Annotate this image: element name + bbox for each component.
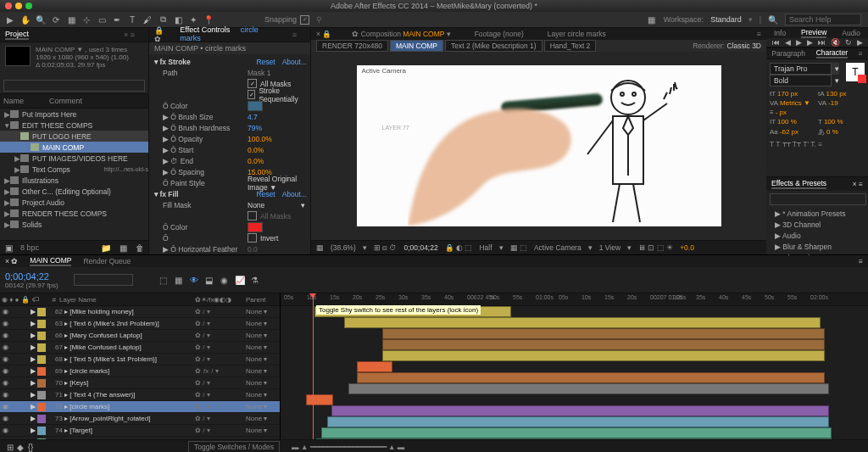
hand-tool-icon[interactable]: ✋ [20,14,31,25]
char-metric[interactable]: VAMetrics ▼ [770,99,816,107]
timeline-layer-row[interactable]: ◉▶63▸ [ Text 6 (Mike's 2nd Problem)]✿ / … [0,318,280,330]
fx-fill-heading[interactable]: fx Fill [159,190,178,198]
right-tab[interactable]: Info [774,29,786,37]
project-item[interactable]: ▶Project Audio [0,197,148,208]
clip-bar[interactable] [382,328,825,339]
clip-bar[interactable] [357,361,392,372]
effect-controls-tab[interactable]: Effect Controls [180,25,230,34]
about-link[interactable]: About... [282,58,307,66]
workspace-value[interactable]: Standard [710,15,742,24]
new-comp-icon[interactable]: ▦ [118,243,128,253]
camera-tool-icon[interactable]: ▦ [66,14,76,25]
timecode-readout[interactable]: 0;00;04;22 [404,243,438,252]
breadcrumb-main[interactable]: MAIN COMP [390,40,443,52]
tl-brace-icon[interactable]: {} [25,442,36,452]
right-tab[interactable]: Preview [801,28,826,38]
font-family-dropdown[interactable]: Trajan Pro [770,63,832,75]
clip-bar[interactable] [382,350,825,361]
project-search-input[interactable] [3,80,145,92]
first-frame-icon[interactable]: ⏮ [772,38,780,47]
char-metric[interactable]: tA130 px [818,90,865,98]
clip-bar[interactable] [382,339,825,350]
project-item[interactable]: ▶RENDER THESE COMPS [0,208,148,219]
rotate-tool-icon[interactable]: ⟳ [51,14,61,25]
snapping-checkbox[interactable]: ✓ [300,15,309,25]
roto-tool-icon[interactable]: ✦ [188,14,198,25]
timeline-layer-row[interactable]: ◉▶72▸ [circle marks]✿ / ▾None ▾ [0,401,280,413]
anchor-tool-icon[interactable]: ⊹ [81,14,92,25]
col-name[interactable]: Name [3,97,24,105]
effects-search-input[interactable] [770,193,866,205]
reset-link[interactable]: Reset [256,58,275,66]
timeline-layer-row[interactable]: ◉▶68▸ [ Text 5 (Mike's 1st Problem)]✿ / … [0,354,280,366]
clip-bar[interactable] [357,372,825,383]
timeline-layer-row[interactable]: ◉▶66▸ [Mary Confused Laptop]✿ / ▾None ▾ [0,330,280,342]
char-metric[interactable]: あ0 % [818,127,865,137]
clip-bar[interactable] [321,427,832,438]
effect-category[interactable]: ▶ Audio [766,230,868,241]
exposure-value[interactable]: +0.0 [680,243,694,252]
project-item[interactable]: MAIN COMP [0,142,148,153]
project-item[interactable]: ▶Text Compshttp://...nes-old-s [0,164,148,175]
timeline-layer-row[interactable]: ◉▶67▸ [Mike Confused Laptop]✿ / ▾None ▾ [0,342,280,354]
stroke-color-swatch[interactable] [248,101,263,111]
char-metric[interactable]: Aa-62 px [770,127,816,137]
project-item[interactable]: PUT LOGO HERE [0,131,148,142]
timeline-layer-row[interactable]: ◉▶71▸ [ Text 4 (The answer)]✿ / ▾None ▾ [0,389,280,401]
char-sample[interactable]: T [846,63,865,81]
zoom-readout[interactable]: (38.6%) [331,243,356,252]
graph-editor-icon[interactable]: 📈 [235,275,245,285]
motion-blur-icon[interactable]: ◉ [220,275,230,285]
toggle-switches-modes[interactable]: Toggle Switches / Modes [188,441,280,452]
paragraph-tab[interactable]: Paragraph [771,49,805,58]
zoom-tool-icon[interactable]: 🔍 [36,14,46,25]
active-camera-dropdown[interactable]: Active Camera [534,243,581,252]
ram-preview-icon[interactable]: ▶ [857,38,863,47]
clip-bar[interactable] [327,416,829,427]
char-metric[interactable]: ≡- px [770,109,816,116]
clip-bar[interactable] [331,405,829,416]
composition-viewer[interactable]: Active Camera LAYER 77 [357,65,721,226]
allmasks-checkbox[interactable]: ✓ [248,79,257,88]
current-timecode[interactable]: 0;00;04;22 [5,271,58,282]
puppet-tool-icon[interactable]: 📍 [203,14,214,25]
timeline-layer-row[interactable]: ◉▶69▸ [circle marks]✿ fx / ▾None ▾ [0,366,280,377]
playhead[interactable] [313,293,314,439]
char-metric[interactable]: tT170 px [770,90,816,98]
clip-bar[interactable] [316,438,832,439]
timeline-tab-rq[interactable]: Render Queue [83,257,131,265]
timeline-tab-main[interactable]: MAIN COMP [30,256,71,266]
search-help-input[interactable] [785,14,861,25]
breadcrumb-text2[interactable]: Text 2 (Mike Description 1) [445,40,542,52]
bpc-button[interactable]: 8 bpc [20,243,39,252]
effect-category[interactable]: ▶ Blur & Sharpen [766,241,868,252]
selection-tool-icon[interactable]: ▶ [5,14,15,25]
font-weight-dropdown[interactable]: Bold [770,75,832,86]
char-metric[interactable]: T100 % [818,118,865,126]
char-metric[interactable] [818,109,865,116]
char-metric[interactable]: VA-19 [818,99,865,107]
breadcrumb-hand[interactable]: Hand_Text 2 [544,40,597,52]
eraser-tool-icon[interactable]: ◧ [173,14,183,25]
char-metric[interactable]: IT100 % [770,118,816,126]
effect-category[interactable]: ▶ * Animation Presets [766,208,868,219]
next-frame-icon[interactable]: ▶ [807,38,813,47]
project-item[interactable]: ▶Solids [0,219,148,230]
trash-icon[interactable]: 🗑 [135,243,145,253]
comp-mini-flow-icon[interactable]: ⬚ [159,275,169,285]
project-item[interactable]: ▶PUT IMAGES/VIDEOS HERE [0,153,148,164]
clip-bar[interactable] [348,383,829,394]
frame-blend-icon[interactable]: ⬓ [204,275,214,285]
timeline-layer-row[interactable]: ◉▶62▸ [Mike holding money]✿ / ▾None ▾ [0,306,280,318]
brush-tool-icon[interactable]: 🖌 [142,14,153,25]
draft3d-icon[interactable]: ▦ [174,275,184,285]
right-tab[interactable]: Audio [842,29,860,37]
fx-stroke-heading[interactable]: fx Stroke [159,58,190,66]
effects-presets-tab[interactable]: Effects & Presets [771,179,826,189]
timeline-search-input[interactable] [74,274,133,286]
seq-checkbox[interactable]: ✓ [248,90,255,99]
interpret-icon[interactable]: ▣ [3,243,14,253]
fill-color-swatch[interactable] [248,222,263,232]
breadcrumb-render[interactable]: RENDER 720x480 [316,40,388,52]
workspace-icon[interactable]: ▦ [647,14,657,25]
